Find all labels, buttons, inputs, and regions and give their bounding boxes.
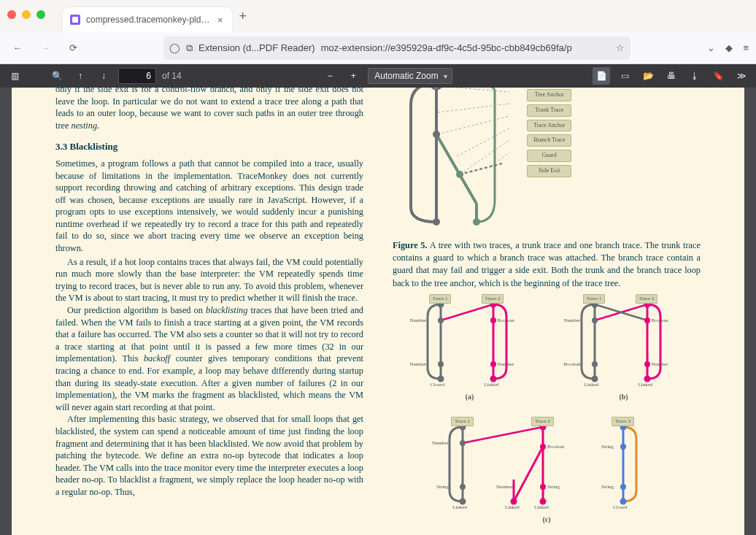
legend-item: Tree Anchor: [527, 89, 571, 101]
nav-toolbar: ← → ⟳ ◯ ⧉ Extension (d...PDF Reader) moz…: [0, 32, 756, 64]
svg-point-36: [644, 361, 650, 367]
para: Sometimes, a program follows a path that…: [55, 158, 363, 255]
svg-line-1: [436, 134, 477, 204]
svg-point-23: [490, 317, 496, 323]
trace-group-c: Trace 1 Trace 2 Trace 3 Number Boolean S…: [426, 414, 667, 523]
svg-point-19: [438, 317, 444, 323]
new-tab-button[interactable]: +: [239, 4, 247, 28]
figure-5-legend: Tree Anchor Trunk Trace Trace Anchor Bra…: [527, 89, 571, 177]
svg-line-17: [441, 304, 493, 320]
figure-5: Tree Anchor Trunk Trace Trace Anchor Bra…: [407, 88, 701, 229]
bookmark-star-icon[interactable]: ☆: [616, 42, 625, 53]
pocket-icon[interactable]: ⌄: [707, 42, 715, 53]
page-total-label: of 14: [162, 71, 182, 81]
trace-group-b: Trace 1 Trace 2 Number Boolean Boolean N…: [566, 291, 682, 401]
close-window-button[interactable]: [7, 10, 16, 19]
prev-page-icon[interactable]: ↑: [72, 67, 89, 85]
svg-point-12: [433, 218, 440, 226]
browser-tab[interactable]: compressed.tracemonkey-pldi-0 ×: [63, 7, 232, 32]
svg-point-55: [620, 484, 626, 490]
para: After implementing this basic strategy, …: [55, 413, 363, 498]
pdf-viewport[interactable]: only if the side exit is for a control-f…: [0, 88, 756, 535]
url-text: moz-extension://e395929a-df9c-4c5d-95bc-…: [321, 42, 610, 53]
trace-group-a: Trace 1 Trace 2 Number Boolean Number Nu…: [412, 291, 528, 401]
reload-button[interactable]: ⟳: [63, 38, 83, 58]
legend-item: Guard: [527, 150, 571, 162]
svg-point-46: [460, 484, 466, 490]
zoom-window-button[interactable]: [36, 10, 45, 19]
svg-line-5: [438, 104, 509, 112]
shield-icon[interactable]: ◯: [169, 42, 180, 53]
print-icon[interactable]: 🖶: [663, 67, 680, 85]
download-icon[interactable]: ⭳: [686, 67, 703, 85]
legend-item: Trunk Trace: [527, 104, 571, 117]
back-button[interactable]: ←: [7, 38, 28, 58]
window-controls: [7, 10, 45, 19]
minimize-window-button[interactable]: [22, 10, 31, 19]
svg-point-11: [433, 131, 440, 138]
page-number-input[interactable]: [118, 68, 156, 84]
find-icon[interactable]: 🔍: [48, 67, 66, 85]
tab-favicon: [70, 15, 80, 25]
extension-icon: ⧉: [186, 42, 193, 54]
svg-point-32: [592, 361, 598, 367]
tools-menu-icon[interactable]: ≫: [733, 67, 750, 85]
app-menu-icon[interactable]: ≡: [743, 42, 749, 53]
svg-line-4: [447, 88, 509, 92]
figure-6: Trace 1 Trace 2 Number Boolean Number Nu…: [393, 291, 701, 523]
svg-line-43: [463, 427, 543, 443]
legend-item: Side Exit: [527, 165, 571, 177]
figure-5-caption: Figure 5. A tree with two traces, a trun…: [393, 239, 701, 290]
svg-point-24: [490, 361, 496, 367]
svg-line-6: [438, 116, 509, 134]
svg-line-8: [460, 140, 509, 174]
svg-point-13: [456, 171, 463, 178]
tab-title: compressed.tracemonkey-pldi-0: [86, 15, 210, 25]
text-select-icon[interactable]: 📄: [593, 67, 610, 85]
next-page-icon[interactable]: ↓: [95, 67, 112, 85]
svg-point-14: [473, 218, 480, 226]
pdf-page: only if the side exit is for a control-f…: [12, 88, 744, 535]
figure-5-svg: [407, 88, 509, 229]
legend-item: Trace Anchor: [527, 120, 571, 132]
toolbar-right: ⌄ ◆ ≡: [707, 42, 749, 53]
titlebar: compressed.tracemonkey-pldi-0 × +: [0, 0, 756, 32]
tab-close-icon[interactable]: ×: [216, 15, 225, 26]
forward-button[interactable]: →: [35, 38, 55, 58]
para: Our prediction algorithm is based on bla…: [55, 304, 363, 413]
pdf-toolbar: ▥ 🔍 ↑ ↓ of 14 − + Automatic Zoom 📄 ▭ 📂 🖶…: [0, 64, 756, 88]
svg-point-54: [620, 444, 626, 450]
bookmark-icon[interactable]: 🔖: [709, 67, 727, 85]
svg-line-7: [457, 128, 509, 156]
zoom-out-icon[interactable]: −: [321, 67, 339, 85]
extension-label: Extension (d...PDF Reader): [198, 42, 315, 53]
svg-point-10: [431, 88, 442, 89]
svg-point-49: [540, 444, 546, 450]
svg-point-31: [592, 317, 598, 323]
svg-point-20: [438, 361, 444, 367]
section-heading: 3.3 Blacklisting: [55, 140, 363, 153]
url-bar[interactable]: ◯ ⧉ Extension (d...PDF Reader) moz-exten…: [163, 36, 630, 60]
svg-point-45: [460, 440, 466, 446]
column-right: Tree Anchor Trunk Trace Trace Anchor Bra…: [393, 88, 701, 535]
presentation-icon[interactable]: ▭: [616, 67, 633, 85]
svg-point-50: [540, 484, 546, 490]
svg-line-40: [514, 447, 543, 501]
zoom-label: Automatic Zoom: [374, 71, 438, 81]
zoom-in-icon[interactable]: +: [344, 67, 362, 85]
zoom-select[interactable]: Automatic Zoom: [368, 68, 452, 84]
column-left: only if the side exit is for a control-f…: [55, 88, 363, 535]
svg-point-35: [644, 317, 650, 323]
para: As a result, if a hot loop contains trac…: [55, 256, 363, 304]
open-file-icon[interactable]: 📂: [639, 67, 657, 85]
legend-item: Branch Trace: [527, 134, 571, 147]
account-icon[interactable]: ◆: [725, 42, 733, 53]
sidebar-toggle-icon[interactable]: ▥: [6, 67, 23, 85]
figure-5-tree: [407, 88, 509, 229]
